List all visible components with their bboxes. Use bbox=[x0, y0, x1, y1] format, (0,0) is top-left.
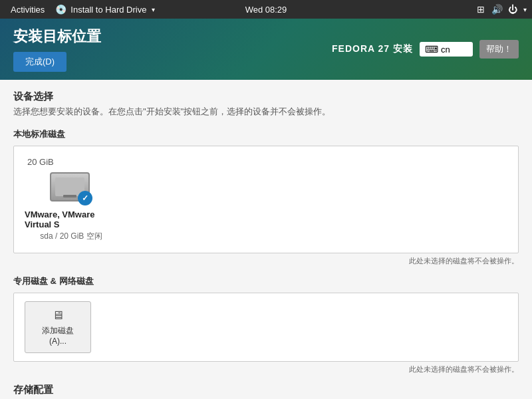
header-right: FEDORA 27 安装 ⌨ cn 帮助！ bbox=[332, 40, 519, 59]
activities-button[interactable]: Activities bbox=[5, 0, 50, 19]
system-menu-arrow: ▾ bbox=[523, 6, 527, 13]
topbar-left: Activities 💿 Install to Hard Drive ▾ bbox=[5, 0, 160, 19]
done-button[interactable]: 完成(D) bbox=[13, 52, 66, 72]
device-selection-title: 设备选择 bbox=[13, 90, 519, 103]
hdd-icon: 💿 bbox=[55, 4, 66, 15]
keyboard-lang: cn bbox=[441, 45, 450, 55]
disk-check-icon: ✓ bbox=[78, 191, 92, 205]
disk-info: sda / 20 GiB 空闲 bbox=[40, 231, 102, 242]
specialized-label: 专用磁盘 & 网络磁盘 bbox=[13, 275, 519, 287]
keyboard-input[interactable]: ⌨ cn bbox=[420, 42, 473, 57]
activities-label: Activities bbox=[11, 5, 45, 15]
datetime-label: Wed 08:29 bbox=[245, 5, 287, 15]
device-selection-desc: 选择您想要安装的设备。在您点击"开始安装"按钮之前，选择的设备并不会被操作。 bbox=[13, 106, 519, 118]
volume-icon[interactable]: 🔊 bbox=[491, 4, 502, 15]
add-disk-icon: 🖥 bbox=[52, 309, 64, 323]
disk-item[interactable]: 20 GiB ✓ VMware, VMware Virtual S sda / … bbox=[25, 157, 118, 242]
topbar: Activities 💿 Install to Hard Drive ▾ Wed… bbox=[0, 0, 532, 19]
power-icon[interactable]: ⏻ bbox=[507, 4, 518, 15]
topbar-datetime: Wed 08:29 bbox=[245, 5, 287, 15]
network-icon[interactable]: ⊞ bbox=[475, 4, 486, 15]
storage-title: 存储配置 bbox=[13, 384, 519, 396]
topbar-right: ⊞ 🔊 ⏻ ▾ bbox=[475, 4, 527, 15]
app-label: Install to Hard Drive bbox=[70, 5, 146, 15]
fedora-label: FEDORA 27 安装 bbox=[332, 43, 413, 55]
page-title: 安装目标位置 bbox=[13, 27, 101, 47]
local-note: 此处未选择的磁盘将不会被操作。 bbox=[13, 256, 519, 266]
disk-icon-container: ✓ bbox=[50, 172, 92, 205]
help-button[interactable]: 帮助！ bbox=[479, 40, 519, 59]
content-area: 设备选择 选择您想要安装的设备。在您点击"开始安装"按钮之前，选择的设备并不会被… bbox=[0, 80, 532, 399]
disk-name: VMware, VMware Virtual S bbox=[25, 209, 118, 229]
installer-header: 安装目标位置 完成(D) FEDORA 27 安装 ⌨ cn 帮助！ bbox=[0, 19, 532, 80]
local-disks-label: 本地标准磁盘 bbox=[13, 128, 519, 140]
add-disk-box: 🖥 添加磁盘(A)... bbox=[13, 293, 519, 362]
disk-size: 20 GiB bbox=[25, 157, 54, 167]
app-button[interactable]: 💿 Install to Hard Drive ▾ bbox=[50, 0, 160, 19]
dropdown-icon: ▾ bbox=[152, 6, 155, 13]
keyboard-icon: ⌨ bbox=[425, 44, 438, 55]
storage-section: 存储配置 完整磁盘摘要以及引导程序(F)... 已选择 1 个磁盘 bbox=[13, 384, 519, 399]
main-content: 安装目标位置 完成(D) FEDORA 27 安装 ⌨ cn 帮助！ 设备选择 … bbox=[0, 19, 532, 399]
specialized-note: 此处未选择的磁盘将不会被操作。 bbox=[13, 364, 519, 374]
local-disk-box: 20 GiB ✓ VMware, VMware Virtual S sda / … bbox=[13, 146, 519, 253]
header-left: 安装目标位置 完成(D) bbox=[13, 27, 101, 72]
add-disk-label: 添加磁盘(A)... bbox=[35, 325, 81, 346]
add-disk-button[interactable]: 🖥 添加磁盘(A)... bbox=[25, 301, 91, 353]
